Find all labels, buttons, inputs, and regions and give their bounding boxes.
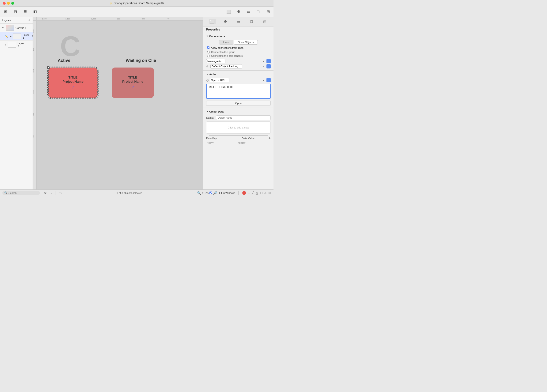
- layer-1-chevron: ▶: [10, 35, 12, 38]
- panel-strip-icon[interactable]: ▭: [59, 191, 62, 195]
- close-button[interactable]: [3, 2, 6, 5]
- canvas-1-thumbnail: [6, 25, 14, 31]
- canvas-main[interactable]: C Active Waiting on Clie: [37, 21, 203, 189]
- ruler-h-label-1: -1,200: [41, 18, 47, 20]
- waiting-card-name: Project Name: [122, 80, 143, 83]
- ruler-h-label-3: -1,000: [90, 18, 96, 20]
- ruler-corner: [33, 17, 37, 21]
- data-value-header: Data Value: [242, 137, 254, 140]
- add-layer-button[interactable]: +: [28, 18, 30, 22]
- object-name-input[interactable]: [216, 115, 271, 120]
- chevron-down-icon[interactable]: ⌄: [51, 191, 53, 194]
- grid-button[interactable]: ⊞: [265, 9, 271, 15]
- object-data-menu-btn[interactable]: ⋮: [267, 110, 271, 114]
- ruler-h-label-6: -70: [167, 18, 170, 20]
- table-tool-icon[interactable]: ⊞: [268, 191, 271, 195]
- waiting-project-card[interactable]: TITLE Project Name ✓: [112, 68, 154, 98]
- rect-tool-icon[interactable]: □: [260, 191, 262, 195]
- connect-to-group-row: Connect to the group: [206, 51, 271, 54]
- search-settings-button[interactable]: ⚙: [43, 190, 48, 196]
- line-tool-icon[interactable]: ━: [248, 191, 250, 195]
- object-data-section: ▼ Object Data ⋮ Name: Click to add a not…: [203, 108, 274, 147]
- data-key-header: Data Key: [206, 137, 217, 140]
- object-data-chevron: ▼: [206, 110, 208, 113]
- sidebar-toggle-button[interactable]: ▭: [245, 9, 252, 15]
- settings-button[interactable]: ⚙: [235, 9, 242, 15]
- ruler-v-label-4: 500: [33, 90, 34, 94]
- zoom-controls: 🔍 110% 🔎: [197, 191, 217, 195]
- statusbar-divider-2: [238, 191, 239, 195]
- default-ranking-select[interactable]: Default Object Ranking: [210, 64, 242, 68]
- window-controls: [3, 2, 14, 5]
- object-note-area[interactable]: Click to add a note: [206, 122, 271, 134]
- panel-grid-btn[interactable]: ⊞: [261, 19, 268, 24]
- record-button[interactable]: [242, 191, 246, 195]
- open-url-button[interactable]: Open: [206, 101, 271, 106]
- panel-object-props-btn[interactable]: ⚙: [222, 19, 229, 24]
- active-card-title: TITLE: [68, 75, 78, 79]
- connections-section: ▼ Connections ⋮ Lines Other Objects Allo…: [203, 32, 274, 71]
- styles-button[interactable]: ◧: [32, 9, 38, 15]
- panel-share-btn[interactable]: □: [248, 19, 255, 24]
- connect-to-components-radio[interactable]: [207, 55, 210, 57]
- tab-lines[interactable]: Lines: [219, 40, 233, 45]
- outline-button[interactable]: ☰: [22, 9, 28, 15]
- panel-sidebar-btn[interactable]: ▭: [235, 19, 242, 24]
- panel-canvas-props-btn[interactable]: ⬜: [209, 19, 216, 24]
- connect-to-components-label: Connect to the components: [211, 54, 243, 57]
- allow-connections-label: Allow connections from lines: [211, 47, 244, 49]
- data-key-cell[interactable]: <key>: [206, 141, 237, 145]
- search-box[interactable]: 🔍: [2, 191, 40, 195]
- format-button[interactable]: ⊟: [12, 9, 18, 15]
- canvas-1-item[interactable]: ▼ Canvas 1: [0, 24, 33, 32]
- tab-other-objects[interactable]: Other Objects: [234, 40, 258, 45]
- data-value-cell[interactable]: <data>: [237, 141, 271, 145]
- fill-tool-icon[interactable]: ▧: [255, 191, 259, 195]
- connections-chevron: ▼: [206, 35, 208, 37]
- note-scrollbar[interactable]: [209, 135, 268, 136]
- canvas-view-button[interactable]: ⬜: [226, 9, 232, 15]
- toolbar: ⊞ ⊟ ☰ ◧ ⬜ ⚙ ▭ □ ⊞: [0, 7, 274, 17]
- allow-connections-checkbox[interactable]: [207, 47, 209, 49]
- toolbar-divider: [43, 9, 43, 14]
- no-magnets-dropdown-btn[interactable]: ⌄: [267, 59, 271, 63]
- zoom-in-icon[interactable]: 🔎: [213, 191, 217, 195]
- layer-2-chevron: ▶: [5, 44, 6, 46]
- add-data-row-button[interactable]: +: [269, 136, 271, 140]
- action-type-dropdown-btn[interactable]: ⌄: [267, 78, 271, 82]
- layer-1-item[interactable]: ✏️ ▶ Layer 1 👁 🖨 🔒: [0, 32, 33, 41]
- zoom-out-icon[interactable]: 🔍: [197, 191, 201, 195]
- bottom-bar-right: ━ ╱ ▧ □ A ⊞: [242, 191, 271, 195]
- url-input[interactable]: INSERT LINK HERE: [206, 84, 271, 99]
- layer-2-visibility[interactable]: 👁: [26, 43, 29, 47]
- minimize-button[interactable]: [7, 2, 10, 5]
- connect-to-group-label: Connect to the group: [211, 51, 235, 54]
- action-menu-btn[interactable]: ⋮: [267, 72, 271, 76]
- statusbar: 🔍 ⚙ ⌄ ▭ 1 of 3 objects selected 🔍 110% 🔎…: [0, 189, 274, 196]
- connections-title[interactable]: ▼ Connections: [206, 35, 225, 38]
- connections-menu-btn[interactable]: ⋮: [267, 34, 271, 38]
- action-type-select[interactable]: Open a URL: [210, 78, 229, 82]
- ranking-dropdown-btn[interactable]: ⌄: [267, 64, 271, 68]
- maximize-button[interactable]: [11, 2, 14, 5]
- ranking-icon: ⚙: [206, 65, 209, 68]
- zoom-level: 110%: [202, 192, 209, 194]
- fit-in-window-button[interactable]: Fit in Window: [219, 192, 235, 194]
- action-title[interactable]: ▼ Action: [206, 73, 217, 76]
- layers-button[interactable]: ⊞: [2, 9, 8, 15]
- connect-to-group-radio[interactable]: [207, 51, 210, 54]
- layers-header: Layers +: [0, 17, 33, 24]
- ruler-h-label-5: -800: [141, 18, 145, 20]
- share-button[interactable]: □: [255, 9, 261, 15]
- object-data-title[interactable]: ▼ Object Data: [206, 110, 224, 113]
- active-project-card[interactable]: TITLE Project Name ✓: [48, 68, 98, 98]
- layer-2-item[interactable]: ▶ Layer 2 👁 🖨 🔒: [0, 41, 33, 49]
- no-magnets-select[interactable]: No magnets: [206, 59, 226, 63]
- zoom-checkbox[interactable]: [209, 192, 212, 194]
- object-data-table: <key> <data>: [206, 141, 271, 145]
- text-tool-icon[interactable]: A: [264, 191, 267, 195]
- search-input[interactable]: [8, 192, 38, 194]
- horizontal-ruler: -1,200 -1,100 -1,000 -900 -800 -70: [37, 17, 203, 21]
- shape-tool-icon[interactable]: ╱: [252, 191, 253, 195]
- selection-status: 1 of 3 objects selected: [64, 192, 194, 194]
